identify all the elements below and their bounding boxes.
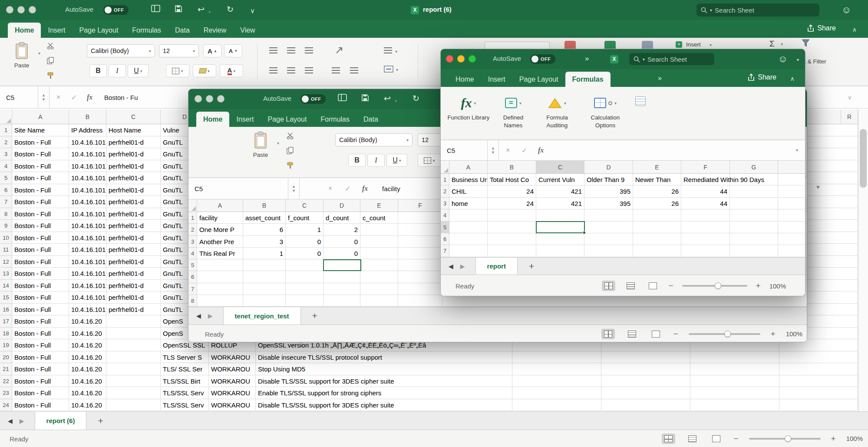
ribbon-tab[interactable]: Data [356, 112, 385, 127]
undo-icon[interactable]: ↩ [384, 94, 391, 103]
zoom-slider-knob[interactable] [724, 331, 731, 337]
cell[interactable]: Boston - Full [12, 232, 69, 244]
cell[interactable]: 10.4.16.101 [69, 268, 106, 280]
cell[interactable] [536, 233, 584, 245]
cell[interactable] [243, 259, 286, 271]
cell[interactable] [730, 222, 778, 233]
cell[interactable]: Boston - Full [12, 208, 69, 220]
cell[interactable]: TLS/SSL Serv [161, 399, 209, 411]
column-header[interactable]: D [323, 199, 360, 212]
decrease-font-button[interactable]: A▼ [224, 44, 242, 57]
tabs-overflow-chevron-icon[interactable]: » [658, 74, 662, 82]
cell[interactable] [398, 259, 442, 271]
cell[interactable]: 10.4.16.101 [69, 304, 106, 316]
cell[interactable] [601, 399, 690, 411]
cell[interactable]: 0 [323, 248, 360, 259]
undo-icon[interactable]: ↩ [198, 5, 205, 14]
cell[interactable]: 395 [584, 185, 633, 197]
row-header[interactable]: 1 [0, 124, 12, 136]
cell[interactable] [323, 295, 360, 307]
cell[interactable] [106, 387, 161, 399]
format-as-table-icon[interactable] [604, 41, 616, 49]
cell[interactable]: 10.4.16.101 [69, 148, 106, 160]
expand-formula-bar-icon[interactable]: ∨ [848, 94, 852, 101]
cell[interactable]: Boston - Full [12, 136, 69, 149]
autosave-toggle[interactable]: OFF [103, 5, 129, 15]
name-box-stepper[interactable]: ▲▼ [288, 178, 300, 199]
cell[interactable]: 26 [633, 198, 681, 209]
confirm-entry-icon[interactable]: ✓ [521, 146, 527, 155]
row-header[interactable]: 17 [0, 315, 12, 328]
column-header[interactable]: A [197, 199, 243, 212]
sort-filter-funnel-icon[interactable] [802, 39, 810, 47]
formula-bar-dropdown-icon[interactable]: ▾ [796, 148, 798, 152]
cell[interactable] [106, 399, 161, 411]
row-header[interactable]: 18 [0, 328, 12, 340]
page-layout-view-icon[interactable] [625, 329, 639, 339]
row-header[interactable]: 2 [0, 136, 12, 149]
fill-color-button[interactable]: ▾ [193, 64, 216, 77]
cell[interactable] [488, 222, 536, 233]
paste-dropdown-icon[interactable]: ▾ [38, 51, 40, 56]
cell[interactable] [197, 271, 243, 283]
cell[interactable] [512, 399, 601, 411]
column-header[interactable]: A [449, 161, 488, 174]
paste-button[interactable]: Paste [247, 131, 274, 158]
cell[interactable]: perfrhel01-d [106, 304, 161, 316]
cell[interactable] [360, 283, 398, 295]
row-header[interactable]: 6 [0, 184, 12, 196]
row-header[interactable]: 5 [188, 259, 197, 271]
cell[interactable] [681, 209, 730, 221]
cell[interactable]: Boston - Full [12, 291, 69, 304]
cell[interactable] [633, 222, 681, 233]
cell[interactable] [584, 222, 633, 233]
row-header[interactable]: 20 [0, 351, 12, 364]
cell[interactable]: 10.4.16.101 [69, 208, 106, 220]
next-sheet-icon[interactable]: ▶ [208, 312, 213, 319]
align-middle-icon[interactable] [287, 47, 295, 53]
row-header[interactable]: 12 [0, 256, 12, 268]
borders-button[interactable]: ▾ [418, 154, 441, 167]
cell[interactable] [286, 295, 323, 307]
ribbon-tab[interactable]: Insert [41, 23, 72, 38]
zoom-slider-knob[interactable] [715, 282, 721, 289]
cell[interactable] [323, 283, 360, 295]
cell[interactable] [730, 245, 778, 257]
name-box[interactable]: C5 [188, 178, 288, 199]
underline-button[interactable]: U▾ [128, 64, 149, 77]
sheet-tab-active[interactable]: report (6) [35, 412, 87, 430]
cell[interactable]: 10.4.16.101 [69, 232, 106, 244]
cell[interactable]: Boston - Full [12, 328, 69, 340]
cell[interactable] [106, 328, 161, 340]
row-header[interactable]: 4 [441, 209, 449, 221]
cell[interactable] [601, 375, 690, 387]
zoom-out-button[interactable]: − [668, 281, 673, 291]
cancel-entry-icon[interactable]: × [56, 93, 60, 101]
format-painter-icon[interactable] [287, 162, 294, 169]
cell[interactable]: Boston - Full [12, 363, 69, 375]
save-icon[interactable] [175, 5, 182, 13]
ribbon-tab[interactable]: View [233, 23, 262, 38]
copy-icon[interactable] [47, 57, 54, 64]
cell[interactable]: WORKAROU [209, 363, 256, 375]
search-box[interactable]: ▾ [629, 53, 714, 65]
cell[interactable] [730, 185, 778, 197]
cell[interactable] [730, 233, 778, 245]
active-cell-selection[interactable] [323, 259, 361, 271]
cell[interactable]: 10.4.16.101 [69, 256, 106, 268]
column-header[interactable]: G [730, 161, 778, 174]
cell[interactable]: Boston - Full [12, 399, 69, 411]
close-window-button[interactable] [446, 55, 453, 63]
cell[interactable]: home [449, 198, 488, 209]
cell[interactable]: Remediated Within 90 Days [681, 174, 730, 185]
search-input[interactable] [715, 7, 815, 14]
cell[interactable] [398, 224, 442, 235]
cell[interactable]: Site Name [12, 124, 69, 136]
column-header[interactable]: B [243, 199, 286, 212]
cell[interactable] [360, 248, 398, 259]
align-top-icon[interactable] [269, 47, 277, 53]
minimize-window-button[interactable] [206, 95, 213, 103]
close-window-button[interactable] [195, 95, 202, 103]
cell[interactable]: 10.4.16.20 [69, 363, 106, 375]
ribbon-tab[interactable]: Page Layout [512, 72, 565, 87]
